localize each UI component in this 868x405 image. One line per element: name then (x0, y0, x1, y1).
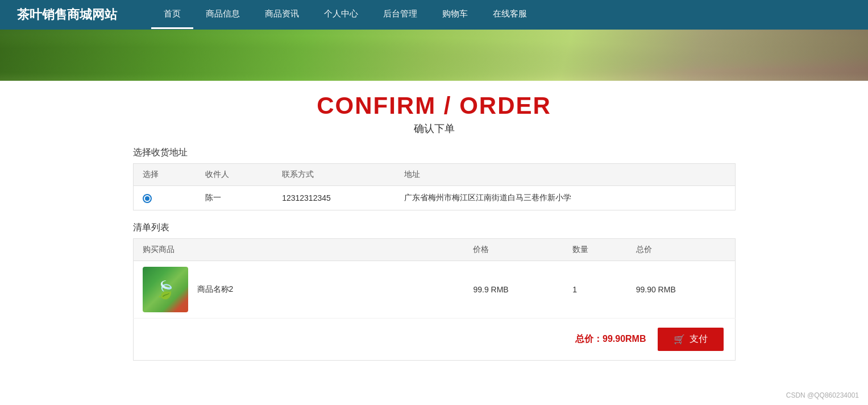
total-price-label: 总价：99.90RMB (575, 333, 646, 345)
hero-banner (0, 30, 868, 81)
page-title-zh: 确认下单 (133, 122, 736, 135)
page-title-en: CONFIRM / ORDER (133, 92, 736, 119)
watermark: CSDN @QQ860234001 (786, 391, 859, 399)
address-section-title: 选择收货地址 (133, 147, 736, 159)
product-name: 商品名称2 (197, 284, 234, 295)
nav-link-support[interactable]: 在线客服 (480, 1, 539, 27)
col-quantity: 数量 (563, 239, 626, 261)
product-name-wrapper: 商品名称2 (143, 267, 455, 312)
nav-item-support[interactable]: 在线客服 (480, 1, 539, 29)
address-detail: 广东省梅州市梅江区江南街道白马三巷作新小学 (395, 186, 735, 210)
col-total: 总价 (627, 239, 735, 261)
address-recipient: 陈一 (196, 186, 273, 210)
nav-link-news[interactable]: 商品资讯 (252, 1, 312, 27)
order-section-title: 清单列表 (133, 222, 736, 234)
col-recipient: 收件人 (196, 164, 273, 186)
nav-links: 首页 商品信息 商品资讯 个人中心 后台管理 购物车 在线客服 (151, 1, 539, 29)
nav-link-cart[interactable]: 购物车 (430, 1, 480, 27)
product-name-cell: 商品名称2 (133, 261, 464, 319)
nav-link-profile[interactable]: 个人中心 (312, 1, 371, 27)
navbar: 茶叶销售商城网站 首页 商品信息 商品资讯 个人中心 后台管理 购物车 在线客服 (0, 0, 868, 30)
cart-icon: 🛒 (674, 334, 685, 345)
nav-item-home[interactable]: 首页 (151, 1, 193, 29)
product-image (143, 267, 188, 312)
address-select-cell[interactable] (133, 186, 196, 210)
pay-button[interactable]: 🛒 支付 (658, 328, 724, 351)
address-row: 陈一 12312312345 广东省梅州市梅江区江南街道白马三巷作新小学 (133, 186, 735, 210)
nav-item-products[interactable]: 商品信息 (193, 1, 252, 29)
address-table-header: 选择 收件人 联系方式 地址 (133, 164, 735, 186)
nav-item-admin[interactable]: 后台管理 (371, 1, 430, 29)
col-price: 价格 (464, 239, 563, 261)
order-footer: 总价：99.90RMB 🛒 支付 (133, 319, 736, 361)
nav-link-home[interactable]: 首页 (151, 1, 193, 29)
product-price: 99.9 RMB (464, 261, 563, 319)
col-product: 购买商品 (133, 239, 464, 261)
nav-item-profile[interactable]: 个人中心 (312, 1, 371, 29)
product-row: 商品名称2 99.9 RMB 1 99.90 RMB (133, 261, 735, 319)
col-address: 地址 (395, 164, 735, 186)
col-select: 选择 (133, 164, 196, 186)
pay-button-label: 支付 (690, 333, 708, 345)
product-total: 99.90 RMB (627, 261, 735, 319)
nav-link-admin[interactable]: 后台管理 (371, 1, 430, 27)
main-content: CONFIRM / ORDER 确认下单 选择收货地址 选择 收件人 联系方式 … (122, 81, 747, 383)
radio-selected[interactable] (143, 194, 152, 203)
address-phone: 12312312345 (273, 186, 395, 210)
site-brand: 茶叶销售商城网站 (17, 6, 117, 23)
product-table: 购买商品 价格 数量 总价 商品名称2 99.9 RMB 1 99.90 RMB (133, 238, 736, 319)
col-phone: 联系方式 (273, 164, 395, 186)
product-quantity: 1 (563, 261, 626, 319)
nav-item-news[interactable]: 商品资讯 (252, 1, 312, 29)
nav-item-cart[interactable]: 购物车 (430, 1, 480, 29)
product-table-header: 购买商品 价格 数量 总价 (133, 239, 735, 261)
address-table: 选择 收件人 联系方式 地址 陈一 12312312345 广东省梅州市梅江区江… (133, 163, 736, 210)
nav-link-products[interactable]: 商品信息 (193, 1, 252, 27)
